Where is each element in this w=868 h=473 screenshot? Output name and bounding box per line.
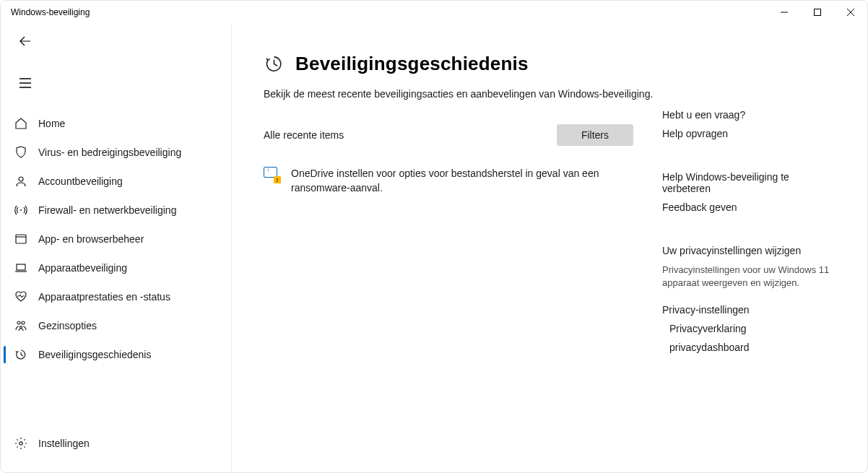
side-heading-feedback: Help Windows-beveiliging te verbeteren <box>662 171 837 194</box>
sidebar-item-label: Apparaatbeveiliging <box>38 262 127 274</box>
svg-point-7 <box>19 177 23 181</box>
network-icon <box>14 203 28 217</box>
sidebar: Home Virus- en bedreigingsbeveiliging Ac… <box>1 24 232 472</box>
family-icon <box>14 318 28 333</box>
sidebar-item-label: Accountbeveiliging <box>38 175 123 187</box>
history-item[interactable]: ↑ ! OneDrive instellen voor opties voor … <box>264 166 662 196</box>
svg-rect-9 <box>16 235 26 243</box>
sidebar-item-virus[interactable]: Virus- en bedreigingsbeveiliging <box>4 138 231 167</box>
svg-point-15 <box>20 326 22 329</box>
side-privacy-desc: Privacyinstellingen voor uw Windows 11 a… <box>662 264 837 290</box>
side-panel: Hebt u een vraag? Help opvragen Help Win… <box>662 53 841 472</box>
sidebar-item-label: Firewall- en netwerkbeveiliging <box>38 204 176 216</box>
side-link-privacy-dashboard[interactable]: privacydashboard <box>662 342 837 353</box>
side-heading-question: Hebt u een vraag? <box>662 109 837 121</box>
sidebar-item-firewall[interactable]: Firewall- en netwerkbeveiliging <box>4 196 231 225</box>
side-link-privacy-statement[interactable]: Privacyverklaring <box>662 323 837 334</box>
sidebar-item-label: Instellingen <box>38 438 90 449</box>
sidebar-item-appbrowser[interactable]: App- en browserbeheer <box>4 225 231 253</box>
page-title: Beveiligingsgeschiedenis <box>295 53 529 75</box>
hamburger-button[interactable] <box>11 70 40 96</box>
page-subtitle: Bekijk de meest recente beveiligingsacti… <box>264 88 662 100</box>
heart-icon <box>14 290 28 304</box>
browser-icon <box>14 232 28 246</box>
side-link-help[interactable]: Help opvragen <box>662 128 837 139</box>
sidebar-item-label: App- en browserbeheer <box>38 233 144 245</box>
sidebar-item-settings[interactable]: Instellingen <box>4 429 231 458</box>
svg-rect-1 <box>815 9 821 16</box>
sidebar-item-history[interactable]: Beveiligingsgeschiedenis <box>4 340 231 369</box>
svg-rect-11 <box>17 264 25 270</box>
history-icon <box>14 347 28 362</box>
side-heading-privacy: Uw privacyinstellingen wijzigen <box>662 245 837 256</box>
svg-point-13 <box>17 321 20 324</box>
sidebar-item-label: Home <box>38 118 65 129</box>
sidebar-item-performance[interactable]: Apparaatprestaties en -status <box>4 282 231 311</box>
close-button[interactable] <box>834 1 867 24</box>
sidebar-item-label: Beveiligingsgeschiedenis <box>38 349 151 360</box>
sidebar-item-label: Virus- en bedreigingsbeveiliging <box>38 147 181 158</box>
shield-icon <box>14 145 28 160</box>
minimize-button[interactable] <box>768 1 801 24</box>
person-icon <box>14 174 28 188</box>
side-link-privacy-settings[interactable]: Privacy-instellingen <box>662 304 837 316</box>
window-controls <box>768 1 867 24</box>
history-icon <box>264 54 284 74</box>
svg-point-14 <box>22 321 25 324</box>
gear-icon <box>14 436 28 451</box>
back-button[interactable] <box>11 28 40 54</box>
titlebar: Windows-beveiliging <box>1 1 867 24</box>
sidebar-item-label: Gezinsopties <box>38 320 97 331</box>
sidebar-item-device[interactable]: Apparaatbeveiliging <box>4 253 231 282</box>
filter-label: Alle recente items <box>264 129 344 141</box>
sidebar-item-home[interactable]: Home <box>4 109 231 138</box>
sidebar-item-family[interactable]: Gezinsopties <box>4 311 231 340</box>
sidebar-item-label: Apparaatprestaties en -status <box>38 291 170 303</box>
home-icon <box>14 116 28 131</box>
sidebar-item-account[interactable]: Accountbeveiliging <box>4 167 231 196</box>
side-link-feedback[interactable]: Feedback geven <box>662 201 837 213</box>
laptop-icon <box>14 261 28 275</box>
svg-point-8 <box>20 209 22 211</box>
onedrive-warning-icon: ↑ ! <box>264 166 279 182</box>
window-title: Windows-beveiliging <box>11 7 90 17</box>
svg-point-16 <box>19 442 22 445</box>
filters-button[interactable]: Filters <box>557 124 633 146</box>
main-content: Beveiligingsgeschiedenis Bekijk de meest… <box>232 24 867 472</box>
history-item-text: OneDrive instellen voor opties voor best… <box>291 166 633 196</box>
maximize-button[interactable] <box>801 1 834 24</box>
